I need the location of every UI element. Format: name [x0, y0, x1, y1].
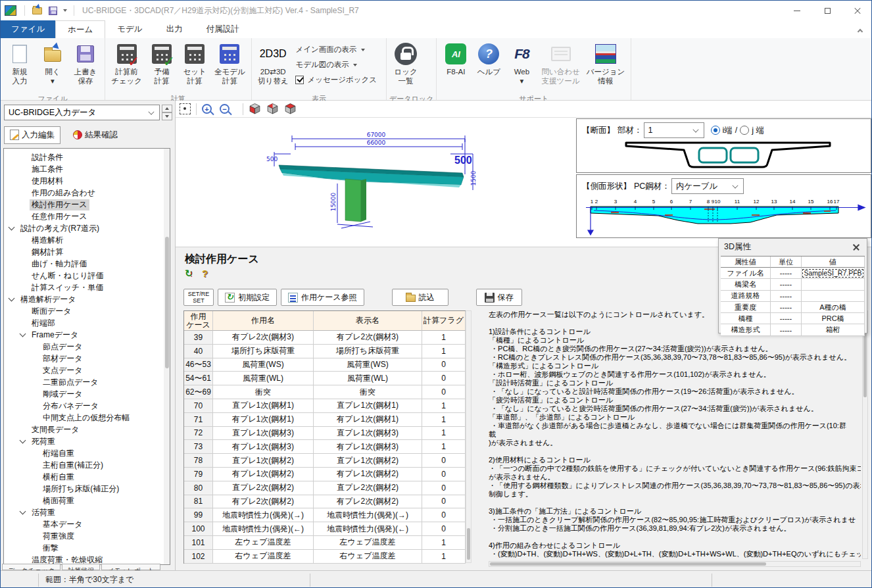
tree-item[interactable]: 構造解析	[4, 234, 164, 246]
set-reset-button[interactable]: SET/RE SET	[183, 289, 214, 306]
tree-item[interactable]: 施工条件	[4, 163, 164, 175]
tree-item[interactable]: 基本データ	[4, 518, 164, 530]
maximize-button[interactable]	[812, 1, 842, 20]
fit-view-icon[interactable]	[180, 103, 191, 114]
close-icon[interactable]	[851, 242, 861, 253]
table-cell[interactable]: 0	[422, 454, 466, 468]
ribbon-button-web[interactable]: F8Web▾	[505, 39, 538, 93]
tree-item[interactable]: 衝撃	[4, 542, 164, 554]
table-row[interactable]: 39有プレ2次(鋼材3)有プレ2次(鋼材3)1	[184, 331, 466, 345]
tree-item[interactable]: 横桁自重	[4, 471, 164, 483]
ribbon-collapse-button[interactable]	[857, 28, 863, 34]
table-cell[interactable]: 1	[422, 440, 466, 454]
chevron-expanded-icon[interactable]	[9, 224, 15, 231]
help-icon[interactable]: ?	[202, 268, 208, 279]
tree-item[interactable]: 設計の考え方(R7道示)	[4, 222, 164, 234]
table-cell[interactable]: 有プレ2次(鋼材2)	[213, 495, 314, 509]
table-cell[interactable]: 直プレ1次(鋼材2)	[213, 454, 314, 468]
ribbon-button-calc-set[interactable]: セット計算	[178, 39, 211, 93]
result-check-button[interactable]: 結果確認	[67, 126, 124, 144]
tree-item[interactable]: 桁端自重	[4, 447, 164, 459]
table-cell[interactable]: 直プレ2次(鋼材2)	[314, 481, 422, 495]
table-cell[interactable]: 54〜61	[184, 372, 213, 385]
tree-item[interactable]: 部材データ	[4, 353, 164, 364]
attr-value-cell[interactable]: 箱桁	[802, 324, 865, 335]
case-reference-button[interactable]: 作用ケース参照	[281, 289, 364, 306]
table-cell[interactable]: 0	[422, 495, 466, 509]
table-cell[interactable]: 0	[422, 481, 466, 495]
ribbon-button-open-folder[interactable]: 開く▾	[36, 39, 69, 93]
table-row[interactable]: 70直プレ1次(鋼材1)直プレ1次(鋼材1)1	[184, 399, 466, 413]
table-row[interactable]: 78直プレ1次(鋼材2)直プレ1次(鋼材2)0	[184, 454, 466, 468]
table-cell[interactable]: 102	[184, 550, 213, 564]
table-cell[interactable]: 風荷重(WS)	[213, 358, 314, 372]
table-cell[interactable]: 80	[184, 481, 213, 495]
tab-output[interactable]: 出力	[155, 20, 195, 38]
j-end-radio[interactable]	[740, 126, 749, 135]
table-cell[interactable]: 直プレ1次(鋼材1)	[314, 399, 422, 413]
ribbon-button-f8ai[interactable]: AIF8-AI	[439, 39, 472, 93]
table-cell[interactable]: 有プレ1次(鋼材1)	[213, 413, 314, 427]
tree-item[interactable]: 中間支点上の仮想分布幅	[4, 412, 164, 424]
table-cell[interactable]: 0	[422, 508, 466, 522]
tree-scrollbar[interactable]	[164, 149, 170, 564]
tree-item[interactable]: 剛域データ	[4, 388, 164, 400]
table-row[interactable]: 72直プレ1次(鋼材3)直プレ1次(鋼材3)1	[184, 427, 466, 441]
table-cell[interactable]: 風荷重(WL)	[213, 372, 314, 385]
initial-settings-button[interactable]: 初期設定	[218, 289, 277, 306]
table-cell[interactable]: 直プレ1次(鋼材3)	[314, 427, 422, 441]
table-cell[interactable]: 1	[422, 399, 466, 413]
table-row[interactable]: 40場所打ち床版荷重場所打ち床版荷重1	[184, 345, 466, 358]
tree-item[interactable]: 支点データ	[4, 364, 164, 376]
ribbon-button-calc-all[interactable]: 全モデル計算	[211, 39, 249, 93]
table-cell[interactable]: 62〜69	[184, 385, 213, 399]
table-cell[interactable]: 1	[422, 345, 466, 358]
minimize-button[interactable]	[782, 1, 812, 20]
ribbon-button-calc-check[interactable]: ✓計算前チェック	[108, 39, 145, 93]
table-cell[interactable]: 右ウェブ温度差	[314, 550, 422, 564]
save-button[interactable]: 保存	[476, 289, 522, 306]
table-cell[interactable]: 風荷重(WS)	[314, 358, 422, 372]
table-cell[interactable]: 有プレ1次(鋼材3)	[213, 440, 314, 454]
tree-item[interactable]: 使用材料	[4, 175, 164, 187]
table-cell[interactable]: 1	[422, 427, 466, 441]
table-cell[interactable]: 1	[422, 536, 466, 550]
tree-item[interactable]: 作用の組み合わせ	[4, 187, 164, 199]
tab-model[interactable]: モデル	[105, 20, 154, 38]
table-cell[interactable]: 72	[184, 427, 213, 441]
table-cell[interactable]: 100	[184, 522, 213, 536]
attr-value-cell[interactable]	[802, 291, 865, 301]
table-cell[interactable]: 有プレ1次(鋼材2)	[213, 468, 314, 481]
table-cell[interactable]: 0	[422, 522, 466, 536]
table-row[interactable]: 101左ウェブ温度差左ウェブ温度差1	[184, 536, 466, 550]
table-cell[interactable]: 0	[422, 358, 466, 372]
ribbon-menu-1[interactable]: モデル図の表示	[293, 57, 379, 72]
close-button[interactable]	[842, 1, 872, 20]
tab-home[interactable]: ホーム	[55, 20, 105, 38]
table-cell[interactable]: 地震時慣性力(偶発)(→)	[213, 508, 314, 522]
tree-item[interactable]: 節点データ	[4, 341, 164, 353]
table-row[interactable]: 81有プレ2次(鋼材2)有プレ2次(鋼材2)0	[184, 495, 466, 509]
attr-value-cell[interactable]: SampleSI_R7.PFB	[802, 268, 865, 278]
pc-steel-select[interactable]: 内ケーブル	[671, 178, 744, 194]
ribbon-menu-0[interactable]: メイン画面の表示	[293, 42, 379, 57]
i-end-radio[interactable]	[711, 126, 720, 135]
quick-save-button[interactable]	[45, 4, 60, 17]
ribbon-button-contact[interactable]: 問い合わせ支援ツール	[538, 39, 583, 93]
sidebar-bottom-tab-2[interactable]: メモ・レポート	[101, 564, 160, 570]
tree-item[interactable]: 分布バネデータ	[4, 400, 164, 412]
table-cell[interactable]: 1	[422, 413, 466, 427]
table-cell[interactable]: 左ウェブ温度差	[213, 536, 314, 550]
chevron-expanded-icon[interactable]	[20, 508, 26, 515]
table-cell[interactable]: 99	[184, 508, 213, 522]
ribbon-button-new-file[interactable]: 新規入力	[3, 39, 36, 93]
tree-item[interactable]: 荷重強度	[4, 530, 164, 542]
ribbon-button-version[interactable]: バージョン情報	[583, 39, 629, 93]
ribbon-button-calc-pre[interactable]: ✓予備計算	[145, 39, 178, 93]
ribbon-button-save-floppy[interactable]: 上書き保存	[69, 39, 102, 93]
tree-item[interactable]: 構造解析データ	[4, 293, 164, 305]
table-scrollbar[interactable]	[466, 310, 472, 563]
view-top-icon[interactable]	[284, 103, 297, 115]
view-front-icon[interactable]	[249, 103, 261, 115]
quick-open-button[interactable]	[30, 4, 44, 17]
